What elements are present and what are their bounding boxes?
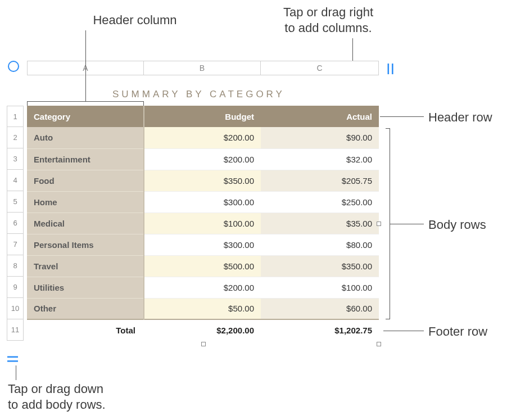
callout-add-columns-l1: Tap or drag right	[283, 5, 373, 19]
cell-budget[interactable]: $200.00	[144, 277, 261, 298]
bracket-header-column	[27, 101, 144, 106]
row-header-2[interactable]: 2	[7, 127, 23, 148]
column-ruler[interactable]: A B C	[27, 61, 379, 75]
cell-actual[interactable]: $32.00	[261, 148, 379, 170]
table-row[interactable]: Auto $200.00 $90.00	[27, 127, 379, 148]
footer-label[interactable]: Total	[27, 319, 144, 341]
header-actual[interactable]: Actual	[261, 106, 379, 127]
cell-category[interactable]: Utilities	[27, 277, 144, 298]
callout-header-column: Header column	[84, 12, 185, 28]
table-row[interactable]: Other $50.00 $60.00	[27, 298, 379, 319]
cell-budget[interactable]: $300.00	[144, 191, 261, 213]
table-row[interactable]: Food $350.00 $205.75	[27, 170, 379, 191]
row-header-6[interactable]: 6	[7, 213, 23, 234]
cell-actual[interactable]: $35.00	[261, 213, 379, 234]
table-row[interactable]: Entertainment $200.00 $32.00	[27, 148, 379, 170]
row-header-1[interactable]: 1	[7, 106, 23, 127]
callout-add-rows: Tap or drag down to add body rows.	[8, 381, 106, 412]
table-row[interactable]: Medical $100.00 $35.00	[27, 213, 379, 234]
table-menu-handle-icon[interactable]	[8, 61, 19, 72]
column-header-c[interactable]: C	[261, 61, 379, 75]
cell-category[interactable]: Food	[27, 170, 144, 191]
leader-footer-row	[383, 331, 424, 331]
row-header-4[interactable]: 4	[7, 170, 23, 191]
footer-budget[interactable]: $2,200.00	[144, 319, 261, 341]
column-header-b[interactable]: B	[144, 61, 261, 75]
cell-budget[interactable]: $350.00	[144, 170, 261, 191]
cell-budget[interactable]: $100.00	[144, 213, 261, 234]
cell-category[interactable]: Entertainment	[27, 148, 144, 170]
cell-category[interactable]: Home	[27, 191, 144, 213]
cell-budget[interactable]: $50.00	[144, 298, 261, 319]
cell-budget[interactable]: $200.00	[144, 127, 261, 148]
cell-budget[interactable]: $200.00	[144, 148, 261, 170]
callout-add-columns-l2: to add columns.	[284, 21, 372, 35]
table-row[interactable]: Utilities $200.00 $100.00	[27, 277, 379, 298]
cell-actual[interactable]: $100.00	[261, 277, 379, 298]
row-header-11[interactable]: 11	[7, 319, 23, 341]
cell-actual[interactable]: $205.75	[261, 170, 379, 191]
row-header-10[interactable]: 10	[7, 298, 23, 319]
add-rows-handle-icon[interactable]: ||	[7, 355, 20, 364]
cell-category[interactable]: Auto	[27, 127, 144, 148]
cell-actual[interactable]: $80.00	[261, 234, 379, 255]
header-budget[interactable]: Budget	[144, 106, 261, 127]
cell-category[interactable]: Medical	[27, 213, 144, 234]
cell-actual[interactable]: $90.00	[261, 127, 379, 148]
callout-body-rows: Body rows	[428, 217, 486, 233]
cell-category[interactable]: Other	[27, 298, 144, 319]
leader-add-columns	[352, 38, 353, 61]
row-header-5[interactable]: 5	[7, 191, 23, 213]
spreadsheet-table[interactable]: Category Budget Actual Auto $200.00 $90.…	[27, 106, 379, 341]
resize-handle-icon[interactable]	[377, 342, 381, 346]
resize-handle-icon[interactable]	[377, 222, 381, 226]
cell-actual[interactable]: $60.00	[261, 298, 379, 319]
row-header-3[interactable]: 3	[7, 148, 23, 170]
table-header-row[interactable]: Category Budget Actual	[27, 106, 379, 127]
cell-budget[interactable]: $500.00	[144, 255, 261, 277]
resize-handle-icon[interactable]	[201, 342, 206, 346]
callout-add-rows-l1: Tap or drag down	[8, 382, 103, 396]
table-row[interactable]: Travel $500.00 $350.00	[27, 255, 379, 277]
leader-header-column	[85, 30, 86, 101]
table-row[interactable]: Personal Items $300.00 $80.00	[27, 234, 379, 255]
row-header-7[interactable]: 7	[7, 234, 23, 255]
leader-header-row	[380, 116, 424, 117]
row-header-8[interactable]: 8	[7, 255, 23, 277]
bracket-body-rows	[386, 128, 390, 319]
callout-header-row: Header row	[428, 110, 492, 125]
cell-category[interactable]: Personal Items	[27, 234, 144, 255]
header-category[interactable]: Category	[27, 106, 144, 127]
row-header-9[interactable]: 9	[7, 277, 23, 298]
table-row[interactable]: Home $300.00 $250.00	[27, 191, 379, 213]
row-ruler[interactable]: 1 2 3 4 5 6 7 8 9 10 11	[7, 106, 24, 341]
callout-add-columns: Tap or drag right to add columns.	[255, 4, 401, 35]
cell-actual[interactable]: $350.00	[261, 255, 379, 277]
callout-add-rows-l2: to add body rows.	[8, 398, 106, 412]
table-title: SUMMARY BY CATEGORY	[112, 89, 285, 100]
leader-add-rows	[16, 365, 16, 380]
cell-actual[interactable]: $250.00	[261, 191, 379, 213]
add-columns-handle-icon[interactable]: ||	[387, 62, 395, 75]
cell-category[interactable]: Travel	[27, 255, 144, 277]
table-footer-row[interactable]: Total $2,200.00 $1,202.75	[27, 319, 379, 341]
leader-body-rows	[390, 224, 424, 224]
cell-budget[interactable]: $300.00	[144, 234, 261, 255]
callout-footer-row: Footer row	[428, 324, 487, 340]
footer-actual[interactable]: $1,202.75	[261, 319, 379, 341]
